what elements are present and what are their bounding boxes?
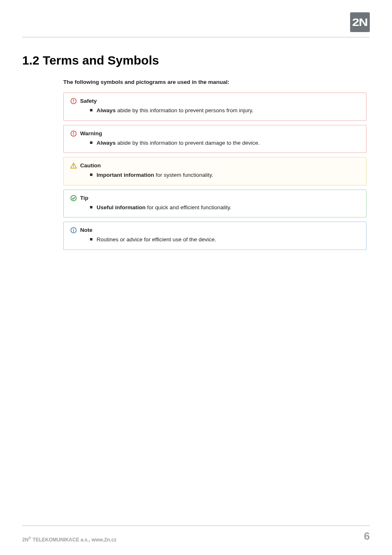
callout-safety: Safety Always abide by this information …	[63, 92, 367, 121]
svg-rect-4	[73, 132, 74, 134]
svg-rect-8	[73, 167, 74, 168]
callout-caution-title-row: Caution	[80, 162, 360, 169]
callout-warning-title-row: Warning	[80, 130, 360, 136]
callout-safety-title: Safety	[80, 98, 97, 104]
svg-rect-12	[73, 229, 74, 229]
callout-tip-bullet: Useful information for quick and efficie…	[90, 204, 360, 212]
callout-tip-title: Tip	[80, 195, 88, 201]
info-circle-icon	[70, 227, 77, 234]
callout-warning-list: Always abide by this information to prev…	[90, 139, 360, 147]
callout-tip: Tip Useful information for quick and eff…	[63, 190, 367, 218]
exclamation-circle-icon	[70, 130, 77, 137]
callout-warning-bullet: Always abide by this information to prev…	[90, 139, 360, 147]
check-circle-icon	[70, 195, 77, 201]
callout-tip-list: Useful information for quick and efficie…	[90, 204, 360, 212]
callout-tip-text: for quick and efficient functionality.	[145, 204, 231, 210]
callout-note-bullet: Routines or advice for efficient use of …	[90, 236, 360, 244]
callout-safety-text: abide by this information to prevent per…	[116, 107, 254, 113]
callout-safety-list: Always abide by this information to prev…	[90, 106, 360, 115]
page-number: 6	[364, 530, 370, 543]
callout-warning-bold: Always	[97, 140, 116, 146]
callout-safety-bullet: Always abide by this information to prev…	[90, 106, 360, 115]
body-column: The following symbols and pictograms are…	[63, 79, 367, 250]
callout-warning-text: abide by this information to prevent dam…	[116, 140, 260, 146]
svg-rect-7	[73, 165, 74, 166]
page-header: 2N	[22, 14, 370, 37]
callout-tip-bold: Useful information	[97, 204, 145, 210]
callout-note-title: Note	[80, 227, 92, 233]
callout-warning: Warning Always abide by this information…	[63, 125, 367, 153]
svg-rect-2	[73, 102, 74, 103]
footer-company: 2N® TELEKOMUNIKACE a.s., www.2n.cz	[22, 536, 117, 543]
callout-caution: Caution Important information for system…	[63, 157, 367, 185]
page: 2N 1.2 Terms and Symbols The following s…	[0, 0, 392, 555]
callout-safety-bold: Always	[97, 107, 116, 113]
callout-tip-title-row: Tip	[80, 195, 360, 201]
svg-rect-5	[73, 134, 74, 135]
svg-rect-11	[73, 230, 74, 232]
footer-brand-post: TELEKOMUNIKACE a.s., www.2n.cz	[31, 537, 117, 543]
callout-safety-title-row: Safety	[80, 98, 360, 104]
page-footer: 2N® TELEKOMUNIKACE a.s., www.2n.cz 6	[22, 525, 370, 543]
intro-text: The following symbols and pictograms are…	[63, 79, 367, 85]
exclamation-circle-icon	[70, 98, 77, 104]
callout-warning-title: Warning	[80, 130, 102, 136]
brand-logo: 2N	[350, 12, 370, 32]
svg-point-9	[71, 195, 76, 201]
callout-caution-bold: Important information	[97, 172, 154, 178]
callout-caution-title: Caution	[80, 162, 101, 169]
content-area: 1.2 Terms and Symbols The following symb…	[22, 53, 370, 254]
callout-note-list: Routines or advice for efficient use of …	[90, 236, 360, 244]
callout-note-text: Routines or advice for efficient use of …	[97, 236, 216, 243]
callout-caution-list: Important information for system functio…	[90, 171, 360, 179]
warning-triangle-icon	[70, 162, 77, 169]
brand-logo-text: 2N	[352, 16, 368, 29]
callout-caution-bullet: Important information for system functio…	[90, 171, 360, 179]
svg-rect-1	[73, 99, 74, 102]
footer-brand-pre: 2N	[22, 537, 28, 543]
callout-caution-text: for system functionality.	[154, 172, 213, 178]
page-title: 1.2 Terms and Symbols	[22, 53, 370, 67]
callout-note: Note Routines or advice for efficient us…	[63, 222, 367, 250]
footer-brand-sup: ®	[28, 536, 31, 540]
callout-note-title-row: Note	[80, 227, 360, 233]
